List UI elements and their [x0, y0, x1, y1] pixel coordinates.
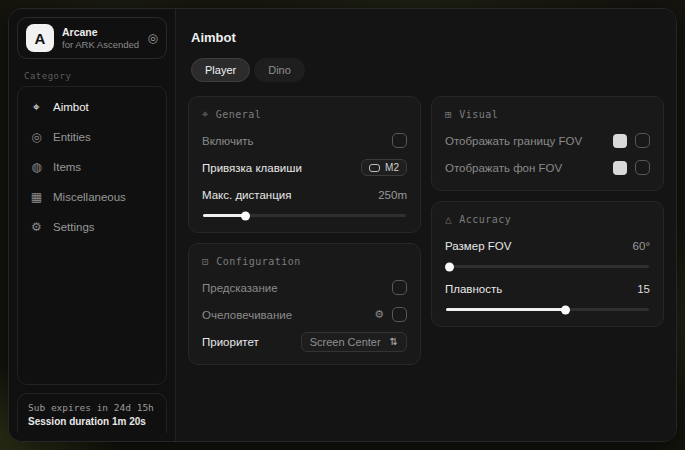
fov-size-label: Размер FOV: [445, 240, 511, 252]
grid-icon: ▦: [30, 190, 43, 204]
smoothness-row: Плавность 15: [445, 278, 650, 299]
fov-bg-checkbox[interactable]: [635, 160, 650, 175]
gear-icon[interactable]: ⚙: [374, 308, 384, 321]
priority-select[interactable]: Screen Center ⇅: [301, 332, 407, 352]
keybind-value: M2: [385, 162, 399, 173]
fov-border-row: Отображать границу FOV: [445, 130, 650, 151]
priority-value: Screen Center: [310, 336, 381, 348]
app-window: A Arcane for ARK Ascended ◎ Category ⌖ A…: [8, 8, 677, 442]
enable-row: Включить: [202, 130, 407, 151]
mouse-icon: [369, 164, 380, 172]
fov-size-value: 60°: [633, 240, 650, 252]
box-icon: ◍: [30, 160, 43, 174]
priority-row: Приоритет Screen Center ⇅: [202, 331, 407, 352]
sidebar-item-miscellaneous[interactable]: ▦ Miscellaneous: [18, 182, 166, 212]
scan-icon: ⌖: [202, 108, 209, 121]
brand-box: A Arcane for ARK Ascended ◎: [17, 17, 167, 59]
sidebar-item-label: Entities: [53, 131, 91, 143]
prediction-row: Предсказание: [202, 277, 407, 298]
fov-border-color-swatch[interactable]: [613, 134, 627, 148]
card-title-accuracy: Accuracy: [459, 214, 511, 225]
keybind-label: Привязка клавиши: [202, 162, 302, 174]
sidebar-nav: ⌖ Aimbot ◎ Entities ◍ Items ▦ Miscellane…: [17, 86, 167, 385]
card-title-configuration: Configuration: [216, 256, 301, 267]
main-panel: Aimbot Player Dino ⌖ General Включить: [176, 9, 676, 441]
sidebar-item-label: Aimbot: [53, 101, 89, 113]
slider-thumb[interactable]: [445, 262, 454, 271]
target-icon[interactable]: ◎: [148, 31, 158, 45]
visual-icon: ⊞: [445, 108, 452, 121]
triangle-icon: △: [445, 213, 452, 226]
sidebar-item-label: Settings: [53, 221, 95, 233]
enable-label: Включить: [202, 135, 254, 147]
slider-thumb[interactable]: [561, 305, 570, 314]
card-accuracy: △ Accuracy Размер FOV 60°: [431, 201, 664, 327]
distance-value: 250m: [378, 189, 407, 201]
gear-icon: ⚙: [30, 220, 43, 234]
config-icon: ⊡: [202, 255, 209, 268]
tab-bar: Player Dino: [191, 58, 664, 82]
sub-expires-text: Sub expires in 24d 15h: [28, 402, 156, 413]
app-logo: A: [26, 24, 54, 52]
smoothness-slider[interactable]: [446, 308, 649, 311]
sidebar-item-label: Items: [53, 161, 81, 173]
prediction-checkbox[interactable]: [392, 280, 407, 295]
sidebar-item-label: Miscellaneous: [53, 191, 126, 203]
keybind-row: Привязка клавиши M2: [202, 157, 407, 178]
subscription-info: Sub expires in 24d 15h Session duration …: [17, 393, 167, 433]
distance-row: Макс. дистанция 250m: [202, 184, 407, 205]
distance-slider[interactable]: [203, 214, 406, 217]
tab-dino[interactable]: Dino: [254, 58, 305, 82]
humanize-label: Очеловечивание: [202, 309, 292, 321]
card-configuration: ⊡ Configuration Предсказание Очеловечива…: [188, 243, 421, 365]
page-title: Aimbot: [191, 30, 664, 45]
slider-thumb[interactable]: [241, 211, 250, 220]
chevron-up-down-icon: ⇅: [390, 336, 398, 347]
fov-bg-label: Отображать фон FOV: [445, 162, 562, 174]
humanize-checkbox[interactable]: [392, 307, 407, 322]
humanize-row: Очеловечивание ⚙: [202, 304, 407, 325]
category-label: Category: [24, 71, 160, 81]
sidebar-item-aimbot[interactable]: ⌖ Aimbot: [18, 92, 166, 122]
crosshair-icon: ⌖: [30, 100, 43, 114]
sidebar: A Arcane for ARK Ascended ◎ Category ⌖ A…: [9, 9, 176, 441]
fov-border-checkbox[interactable]: [635, 133, 650, 148]
sidebar-item-settings[interactable]: ⚙ Settings: [18, 212, 166, 242]
app-subtitle: for ARK Ascended: [62, 39, 140, 51]
fov-bg-color-swatch[interactable]: [613, 161, 627, 175]
prediction-label: Предсказание: [202, 282, 278, 294]
radar-icon: ◎: [30, 130, 43, 144]
sidebar-item-items[interactable]: ◍ Items: [18, 152, 166, 182]
game-background: A Arcane for ARK Ascended ◎ Category ⌖ A…: [0, 0, 685, 450]
fov-border-label: Отображать границу FOV: [445, 135, 582, 147]
tab-player[interactable]: Player: [191, 58, 250, 82]
cards-grid: ⌖ General Включить Привязка клавиши M2: [188, 96, 664, 365]
card-title-general: General: [216, 109, 262, 120]
priority-label: Приоритет: [202, 336, 259, 348]
app-name: Arcane: [62, 26, 140, 39]
card-title-visual: Visual: [459, 109, 498, 120]
session-duration-text: Session duration 1m 20s: [28, 416, 156, 427]
fov-bg-row: Отображать фон FOV: [445, 157, 650, 178]
sidebar-item-entities[interactable]: ◎ Entities: [18, 122, 166, 152]
card-visual: ⊞ Visual Отображать границу FOV Отобража…: [431, 96, 664, 191]
distance-label: Макс. дистанция: [202, 189, 291, 201]
card-general: ⌖ General Включить Привязка клавиши M2: [188, 96, 421, 233]
fov-size-slider[interactable]: [446, 265, 649, 268]
enable-checkbox[interactable]: [392, 133, 407, 148]
fov-size-row: Размер FOV 60°: [445, 235, 650, 256]
keybind-button[interactable]: M2: [361, 159, 407, 176]
smoothness-value: 15: [637, 283, 650, 295]
smoothness-label: Плавность: [445, 283, 502, 295]
